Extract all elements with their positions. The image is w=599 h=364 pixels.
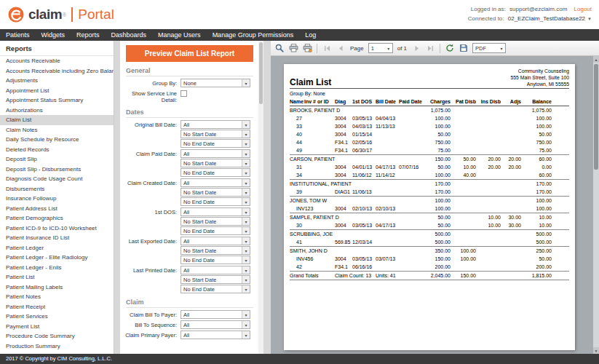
nav-item-dashboards[interactable]: Dashboards (106, 29, 153, 41)
select-last-exported-date-start[interactable]: No Start Date▾ (181, 246, 250, 255)
nav-item-reports[interactable]: Reports (71, 29, 106, 41)
select-last-printed-date[interactable]: All▾ (181, 266, 250, 274)
nav-item-manage-group-permissions[interactable]: Manage Group Permissions (207, 29, 300, 41)
select-claim-paid-date-start[interactable]: No Start Date▾ (181, 159, 250, 167)
select-claim-created-date-start[interactable]: No Start Date▾ (181, 188, 250, 197)
select-last-exported-date-end[interactable]: No End Date▾ (181, 256, 250, 264)
print-setup-button[interactable] (301, 42, 314, 55)
select-original-bill-date[interactable]: All▾ (181, 120, 250, 129)
report-header-row: NameInv # or IDDiag1st DOSBill DatePaid … (290, 98, 569, 106)
sidebar-item-patient-mailing-labels[interactable]: Patient Mailing Labels (0, 282, 114, 293)
page-select[interactable]: 1 ▾ (368, 43, 393, 53)
select-last-printed-date-end[interactable]: No End Date▾ (181, 285, 250, 293)
form-panel-scrollbar[interactable] (258, 41, 263, 354)
sidebar-item-payment-list[interactable]: Payment List (0, 322, 114, 332)
scrollbar-thumb[interactable] (259, 42, 263, 104)
user-email: support@ezclaim.com (509, 6, 567, 12)
nav-item-patients[interactable]: Patients (0, 29, 36, 41)
export-button[interactable] (457, 42, 470, 55)
database-select[interactable]: 02_EZClaim_TestDatabase22 ▼ (508, 15, 592, 24)
report-group-row: SMITH, JOHN D350.00100.00250.00 (290, 246, 569, 255)
sidebar-item-patient-receipt[interactable]: Patient Receipt (0, 302, 114, 312)
refresh-button[interactable] (443, 42, 456, 55)
select-last-exported-date[interactable]: All▾ (181, 237, 250, 245)
chevron-down-icon: ▾ (242, 276, 250, 283)
form-section-general: GeneralGroup By:None▾Show Service Line D… (120, 67, 263, 103)
sidebar-item-patient-address-list[interactable]: Patient Address List (0, 204, 114, 214)
sidebar-item-deposit-slip-disbursements[interactable]: Deposit Slip - Disbursements (0, 165, 114, 175)
export-format-select[interactable]: PDF ▾ (472, 43, 506, 53)
sidebar-item-patient-list[interactable]: Patient List (0, 272, 114, 282)
scroll-up-icon[interactable]: ▲ (593, 56, 599, 63)
select-last-printed-date-start[interactable]: No Start Date▾ (181, 275, 250, 284)
sidebar-item-production-summary[interactable]: Production Summary (0, 341, 114, 352)
sidebar-item-daily-schedule-by-resource[interactable]: Daily Schedule by Resource (0, 135, 114, 145)
scrollbar-thumb[interactable] (594, 64, 598, 170)
sidebar-item-patient-icd-9-to-icd-10-worksheet[interactable]: Patient ICD-9 to ICD-10 Worksheet (0, 223, 114, 234)
select-1st-dos[interactable]: All▾ (181, 207, 250, 216)
next-page-button[interactable] (410, 42, 423, 55)
select-group-by[interactable]: None▾ (181, 79, 250, 87)
search-button[interactable] (273, 42, 286, 55)
select-claim-created-date[interactable]: All▾ (181, 178, 250, 187)
sidebar-item-accounts-receivable[interactable]: Accounts Receivable (0, 56, 114, 66)
select-value: No Start Date (183, 160, 216, 167)
logo-suffix: Portal (78, 7, 114, 23)
select-claim-primary-payer[interactable]: All▾ (181, 331, 250, 339)
field-controls: All▾No Start Date▾No End Date▾ (181, 207, 253, 235)
page-select-value: 1 (371, 45, 374, 52)
first-page-button[interactable] (320, 42, 333, 55)
sidebar-item-deposit-slip[interactable]: Deposit Slip (0, 154, 114, 165)
sidebar-item-accounts-receivable-including-zero-balances[interactable]: Accounts Receivable including Zero Balan… (0, 66, 114, 76)
last-page-button[interactable] (424, 42, 437, 55)
sidebar-item-procedure-code-summary[interactable]: Procedure Code Summary (0, 331, 114, 341)
logout-link[interactable]: Logout (574, 6, 592, 12)
sidebar-item-claim-list[interactable]: Claim List (0, 115, 114, 125)
checkbox-show-service-line-detail[interactable] (181, 90, 187, 97)
sidebar-item-patient-ledger-elite-radiology[interactable]: Patient Ledger - Elite Radiology (0, 253, 114, 263)
sidebar-item-patient-insurance-id-list[interactable]: Patient Insurance ID List (0, 233, 114, 243)
chevron-down-icon: ▾ (242, 140, 250, 147)
sidebar-item-appointment-list[interactable]: Appointment List (0, 86, 114, 96)
sidebar-item-disbursements[interactable]: Disbursements (0, 184, 114, 194)
section-title: Dates (126, 108, 253, 118)
prev-page-button[interactable] (334, 42, 347, 55)
report-scrollbar[interactable]: ▲ ▼ (593, 56, 599, 354)
select-claim-bill-to-payer[interactable]: All▾ (181, 310, 250, 319)
print-button[interactable] (287, 42, 300, 55)
select-1st-dos-end[interactable]: No End Date▾ (181, 226, 250, 235)
select-bill-to-sequence[interactable]: All▾ (181, 320, 250, 329)
select-claim-paid-date[interactable]: All▾ (181, 149, 250, 158)
field-controls: All▾No Start Date▾No End Date▾ (181, 237, 253, 264)
chevron-down-icon: ▾ (242, 79, 250, 87)
sidebar-item-patient-services[interactable]: Patient Services (0, 312, 114, 322)
chevron-down-icon: ▾ (242, 256, 250, 264)
sidebar-item-patient-notes[interactable]: Patient Notes (0, 292, 114, 302)
select-original-bill-date-start[interactable]: No Start Date▾ (181, 130, 250, 138)
preview-report-button[interactable]: Preview Claim List Report (126, 45, 253, 62)
sidebar-item-patient-ledger-enils[interactable]: Patient Ledger - Enils (0, 263, 114, 273)
sidebar-item-diagnosis-code-usage-count[interactable]: Diagnosis Code Usage Count (0, 174, 114, 184)
nav-item-manage-users[interactable]: Manage Users (152, 29, 207, 41)
form-field-last-printed-date: Last Printed Date:All▾No Start Date▾No E… (120, 266, 253, 293)
sidebar-item-adjustments[interactable]: Adjustments (0, 76, 114, 86)
sidebar-item-patient-ledger[interactable]: Patient Ledger (0, 243, 114, 253)
select-original-bill-date-end[interactable]: No End Date▾ (181, 139, 250, 148)
select-claim-created-date-end[interactable]: No End Date▾ (181, 197, 250, 206)
scroll-down-icon[interactable]: ▼ (593, 347, 599, 354)
print-setup-icon (303, 44, 312, 52)
sidebar-item-patient-demographics[interactable]: Patient Demographics (0, 213, 114, 223)
sidebar-item-insurance-followup[interactable]: Insurance Followup (0, 194, 114, 204)
last-page-icon (427, 45, 434, 52)
sidebar-item-authorizations[interactable]: Authorizations (0, 106, 114, 116)
select-1st-dos-start[interactable]: No Start Date▾ (181, 217, 250, 226)
select-claim-paid-date-end[interactable]: No End Date▾ (181, 168, 250, 177)
nav-item-widgets[interactable]: Widgets (36, 29, 71, 41)
chevron-down-icon: ▾ (385, 46, 392, 51)
sidebar-item-claim-notes[interactable]: Claim Notes (0, 125, 114, 135)
sidebar-item-appointment-status-summary[interactable]: Appointment Status Summary (0, 95, 114, 106)
chevron-down-icon: ▾ (242, 331, 250, 339)
app-header: claim® Portal Logged in as: support@ezcl… (0, 0, 599, 29)
nav-item-log[interactable]: Log (299, 29, 322, 41)
sidebar-item-deleted-records[interactable]: Deleted Records (0, 145, 114, 155)
